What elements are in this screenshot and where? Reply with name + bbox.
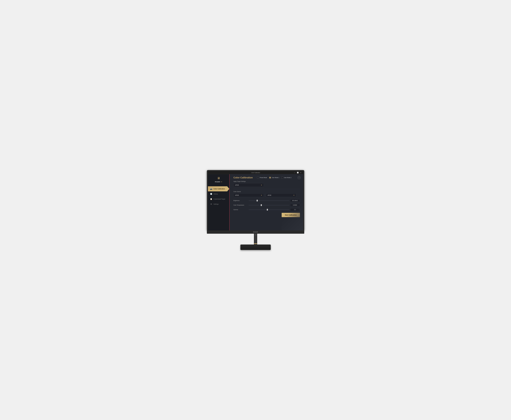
- color-temperature-track: [249, 205, 289, 205]
- color-temperature-thumb[interactable]: [261, 204, 262, 206]
- gamma-label: Gamma: [233, 209, 248, 210]
- gamma-thumb[interactable]: [267, 209, 268, 210]
- window-controls: — ⬜ ✕: [294, 172, 302, 173]
- color-temperature-row: Color Temperature 6,500K: [233, 204, 300, 207]
- color-gamut-dropdown-2[interactable]: sRGB ▼: [266, 194, 296, 197]
- content-body: Apply Target Settings sRGB ▼ Color Gamut: [230, 181, 303, 231]
- apply-target-section: Apply Target Settings sRGB ▼: [233, 181, 300, 187]
- preset-mode-option[interactable]: Preset Mode: [257, 177, 267, 179]
- color-temperature-value: 6,500K: [290, 204, 300, 207]
- content-header: Color Calibration Preset Mode User Mode …: [230, 174, 303, 181]
- color-gamut-value-1: sRGB: [235, 195, 239, 196]
- color-gamut-arrow-2-icon: ▼: [293, 195, 295, 196]
- brightness-slider-wrapper[interactable]: [248, 201, 290, 201]
- page-title: Color Calibration: [233, 176, 253, 179]
- color-gamut-label: Color Gamut: [233, 191, 300, 192]
- close-button[interactable]: ✕: [300, 172, 302, 173]
- nav-label-color-calibration: Color Calibration: [214, 188, 225, 190]
- monitor-icon: 🖥: [217, 176, 220, 180]
- device-selector[interactable]: PA32DC ▼: [214, 180, 223, 183]
- device-name: PA32DC: [215, 181, 220, 183]
- color-temperature-slider-wrapper[interactable]: [248, 205, 290, 205]
- preset-mode-checkbox[interactable]: [257, 177, 259, 179]
- gamma-value: 2.2: [290, 208, 300, 211]
- minimize-button[interactable]: —: [294, 172, 296, 173]
- apply-target-label: Apply Target Settings: [233, 181, 300, 182]
- brightness-thumb[interactable]: [257, 200, 258, 202]
- color-gamut-dropdowns: sRGB ▼ sRGB ▼: [233, 194, 300, 197]
- gamma-slider-wrapper[interactable]: [248, 210, 290, 210]
- document-icon: 📋: [210, 198, 212, 200]
- user-mode-1-option[interactable]: User Mode 1: [269, 177, 279, 179]
- gamma-track: [249, 210, 289, 210]
- gear-icon: ⚙: [210, 203, 212, 205]
- gamma-row: Gamma 2.2: [233, 208, 300, 211]
- apply-target-value: sRGB: [235, 184, 239, 186]
- nav-label-history: History: [214, 193, 218, 195]
- color-gamut-arrow-1-icon: ▼: [261, 195, 262, 196]
- user-mode-1-label: User Mode 1: [272, 177, 279, 178]
- sidebar-item-history[interactable]: 🕐 History: [208, 191, 229, 196]
- monitor-bottom-bezel: ASUS: [207, 231, 304, 234]
- brightness-value: 80 cd/m2: [290, 199, 300, 202]
- asus-logo: ASUS: [253, 231, 258, 233]
- brightness-track: [249, 201, 289, 201]
- brightness-label: Brightness: [233, 200, 248, 201]
- user-mode-1-checkbox[interactable]: [269, 177, 271, 179]
- maximize-button[interactable]: ⬜: [297, 172, 299, 173]
- user-mode-2-option[interactable]: User Mode 2: [281, 177, 292, 179]
- preset-mode-label: Preset Mode: [260, 177, 267, 178]
- user-mode-2-checkbox[interactable]: [281, 177, 283, 179]
- start-calibration-button[interactable]: Start Calibration: [282, 213, 300, 217]
- button-row: Start Calibration: [233, 213, 300, 217]
- monitor-inner: Color Calibration — ⬜ ✕ 🖥 PA32DC ▼: [208, 171, 303, 231]
- monitor-wrapper: Color Calibration — ⬜ ✕ 🖥 PA32DC ▼: [207, 170, 304, 250]
- camera-icon: 📷: [210, 188, 212, 190]
- nav-label-customized-target: Customized Target: [214, 198, 225, 200]
- nav-label-settings: Settings: [214, 203, 219, 205]
- window-title: Color Calibration: [251, 172, 260, 173]
- user-mode-2-label: User Mode 2: [284, 177, 292, 178]
- info-button[interactable]: ⓘ: [298, 176, 301, 179]
- apply-target-arrow-icon: ▼: [261, 184, 262, 186]
- main-content: Color Calibration Preset Mode User Mode …: [230, 174, 303, 231]
- divider-1: [233, 189, 300, 189]
- mode-options: Preset Mode User Mode 1 User Mode 2: [257, 177, 291, 179]
- clock-icon: 🕐: [210, 193, 212, 195]
- monitor-neck-knob: [255, 234, 257, 236]
- color-temperature-label: Color Temperature: [233, 204, 248, 206]
- monitor-base: [240, 245, 271, 250]
- color-gamut-dropdown-1[interactable]: sRGB ▼: [233, 194, 264, 197]
- sidebar-item-settings[interactable]: ⚙ Settings: [208, 202, 229, 207]
- title-bar: Color Calibration — ⬜ ✕: [208, 171, 303, 174]
- sidebar-item-customized-target[interactable]: 📋 Customized Target: [208, 196, 229, 202]
- sidebar-brand: 🖥 PA32DC ▼: [208, 174, 229, 184]
- monitor-bezel: Color Calibration — ⬜ ✕ 🖥 PA32DC ▼: [207, 170, 304, 231]
- sidebar-nav: 📷 Color Calibration 🕐 History 📋 Customiz…: [208, 186, 229, 231]
- app-layout: 🖥 PA32DC ▼ 📷 Color Calibration 🕐: [208, 174, 303, 231]
- apply-target-dropdown[interactable]: sRGB ▼: [233, 183, 264, 187]
- brightness-row: Brightness 80 cd/m2: [233, 199, 300, 202]
- monitor-neck: [254, 234, 257, 245]
- color-gamut-section: Color Gamut sRGB ▼ sRGB ▼: [233, 191, 300, 197]
- color-gamut-value-2: sRGB: [268, 195, 271, 196]
- sidebar: 🖥 PA32DC ▼ 📷 Color Calibration 🕐: [208, 174, 230, 231]
- device-chevron-icon: ▼: [221, 181, 222, 183]
- sidebar-item-color-calibration[interactable]: 📷 Color Calibration: [208, 186, 229, 191]
- monitor-neck-accent: [254, 243, 257, 244]
